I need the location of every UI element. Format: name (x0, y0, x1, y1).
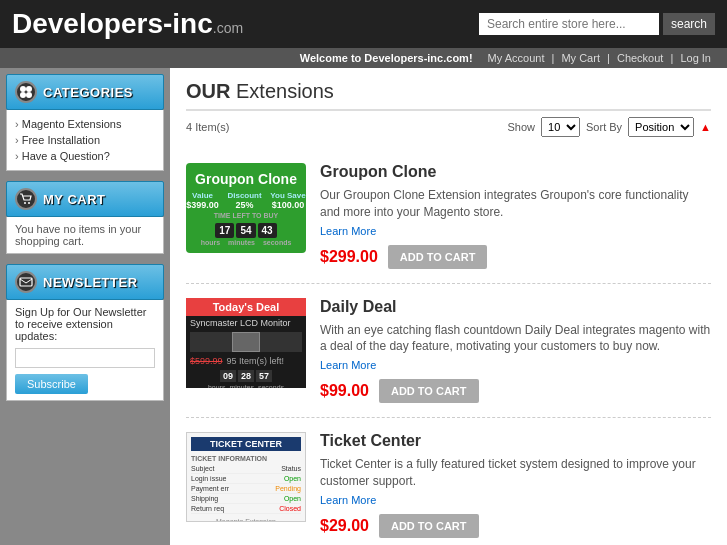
monitor-icon (232, 332, 260, 352)
svg-point-5 (28, 202, 30, 204)
search-button[interactable]: search (663, 13, 715, 35)
my-account-link[interactable]: My Account (488, 52, 545, 64)
sidebar-item-magento[interactable]: Magento Extensions (15, 116, 155, 132)
item-count: 4 Item(s) (186, 121, 229, 133)
logo: Developers-inc.com (12, 8, 243, 40)
product-name-daily-deal: Daily Deal (320, 298, 711, 316)
cart-title: MY CART (43, 192, 105, 207)
header: Developers-inc.com search (0, 0, 727, 48)
logo-text: Developers-inc (12, 8, 213, 39)
learn-more-daily-deal[interactable]: Learn More (320, 359, 711, 371)
categories-body: Magento Extensions Free Installation Hav… (6, 110, 164, 171)
product-name-groupon: Groupon Clone (320, 163, 711, 181)
svg-point-1 (26, 86, 32, 92)
main-layout: CATEGORIES Magento Extensions Free Insta… (0, 68, 727, 545)
categories-header: CATEGORIES (6, 74, 164, 110)
logo-tld: .com (213, 20, 243, 36)
nav-bar: Welcome to Developers-inc.com! My Accoun… (0, 48, 727, 68)
countdown-minutes: 54 (236, 223, 255, 238)
groupon-countdown: 17 54 43 (215, 223, 276, 238)
page-title-prefix: OUR (186, 80, 230, 102)
ticket-section-label: TICKET INFORMATION (191, 455, 301, 462)
product-thumb-ticket: TICKET CENTER TICKET INFORMATION Subject… (186, 432, 306, 538)
search-bar: search (479, 13, 715, 35)
product-price-groupon: $299.00 (320, 248, 378, 266)
add-to-cart-groupon[interactable]: ADD TO CART (388, 245, 488, 269)
time-left-label: TIME LEFT TO BUY (214, 212, 278, 219)
categories-icon (15, 81, 37, 103)
newsletter-body: Sign Up for Our Newsletter to receive ex… (6, 300, 164, 401)
ticket-thumb-img: TICKET CENTER TICKET INFORMATION Subject… (186, 432, 306, 522)
countdown-hours: 17 (215, 223, 234, 238)
sidebar-item-free-install[interactable]: Free Installation (15, 132, 155, 148)
product-thumb-daily-deal: Today's Deal Syncmaster LCD Monitor $599… (186, 298, 306, 404)
product-desc-daily-deal: With an eye catching flash countdown Dai… (320, 322, 711, 356)
toolbar-right: Show 10 20 50 Sort By Position Name Pric… (508, 117, 712, 137)
content-area: OUR Extensions 4 Item(s) Show 10 20 50 S… (170, 68, 727, 545)
cart-section: MY CART You have no items in your shoppi… (6, 181, 164, 254)
countdown-labels: hoursminutesseconds (201, 239, 292, 246)
deal-product-name: Syncmaster LCD Monitor (186, 316, 306, 330)
learn-more-groupon[interactable]: Learn More (320, 225, 711, 237)
subscribe-button[interactable]: Subscribe (15, 374, 88, 394)
groupon-values: Value$399.00 Discount25% You Save$100.00 (186, 191, 306, 210)
cart-body: You have no items in your shopping cart. (6, 217, 164, 254)
page-title-main: Extensions (236, 80, 334, 102)
svg-point-2 (20, 92, 26, 98)
newsletter-header: NEWSLETTER (6, 264, 164, 300)
deal-seconds: 57 (256, 370, 272, 382)
sidebar-item-question[interactable]: Have a Question? (15, 148, 155, 164)
categories-title: CATEGORIES (43, 85, 133, 100)
ticket-rows: SubjectStatus Login issueOpen Payment er… (191, 465, 301, 514)
deal-countdown-labels: hoursminutesseconds (186, 384, 306, 388)
newsletter-desc: Sign Up for Our Newsletter to receive ex… (15, 306, 155, 342)
sort-by-select[interactable]: Position Name Price (628, 117, 694, 137)
page-title: OUR Extensions (186, 80, 711, 111)
cart-icon (15, 188, 37, 210)
deal-monitor (190, 332, 302, 352)
cart-empty-text: You have no items in your shopping cart. (15, 223, 141, 247)
product-desc-ticket: Ticket Center is a fully featured ticket… (320, 456, 711, 490)
ticket-footer-label: Magento Extension (191, 518, 301, 522)
newsletter-email-input[interactable] (15, 348, 155, 368)
deal-price-row: $599.99 95 Item(s) left! (186, 354, 306, 368)
newsletter-section: NEWSLETTER Sign Up for Our Newsletter to… (6, 264, 164, 401)
product-price-daily-deal: $99.00 (320, 382, 369, 400)
add-to-cart-daily-deal[interactable]: ADD TO CART (379, 379, 479, 403)
newsletter-icon (15, 271, 37, 293)
product-name-ticket: Ticket Center (320, 432, 711, 450)
deal-items-left: 95 Item(s) left! (227, 356, 285, 366)
product-item-groupon: Groupon Clone Value$399.00 Discount25% Y… (186, 149, 711, 284)
groupon-label: Groupon Clone (195, 171, 297, 187)
deal-header: Today's Deal (186, 298, 306, 316)
product-price-ticket: $29.00 (320, 517, 369, 535)
cart-header: MY CART (6, 181, 164, 217)
deal-countdown: 09 28 57 (186, 368, 306, 384)
svg-point-0 (20, 86, 26, 92)
deal-thumb-img: Today's Deal Syncmaster LCD Monitor $599… (186, 298, 306, 388)
show-select[interactable]: 10 20 50 (541, 117, 580, 137)
toolbar: 4 Item(s) Show 10 20 50 Sort By Position… (186, 117, 711, 137)
product-item-ticket: TICKET CENTER TICKET INFORMATION Subject… (186, 418, 711, 545)
groupon-thumb-img: Groupon Clone Value$399.00 Discount25% Y… (186, 163, 306, 253)
add-to-cart-ticket[interactable]: ADD TO CART (379, 514, 479, 538)
price-row-daily-deal: $99.00 ADD TO CART (320, 379, 711, 403)
svg-rect-6 (20, 278, 32, 286)
categories-section: CATEGORIES Magento Extensions Free Insta… (6, 74, 164, 171)
my-cart-link[interactable]: My Cart (561, 52, 600, 64)
sort-arrow-icon[interactable]: ▲ (700, 121, 711, 133)
product-thumb-groupon: Groupon Clone Value$399.00 Discount25% Y… (186, 163, 306, 269)
product-desc-groupon: Our Groupon Clone Extension integrates G… (320, 187, 711, 221)
product-info-daily-deal: Daily Deal With an eye catching flash co… (320, 298, 711, 404)
deal-original-price: $599.99 (190, 356, 223, 366)
svg-point-4 (24, 202, 26, 204)
checkout-link[interactable]: Checkout (617, 52, 663, 64)
product-info-ticket: Ticket Center Ticket Center is a fully f… (320, 432, 711, 538)
search-input[interactable] (479, 13, 659, 35)
newsletter-title: NEWSLETTER (43, 275, 138, 290)
welcome-text: Welcome to Developers-inc.com! (300, 52, 473, 64)
product-item-daily-deal: Today's Deal Syncmaster LCD Monitor $599… (186, 284, 711, 419)
deal-minutes: 28 (238, 370, 254, 382)
learn-more-ticket[interactable]: Learn More (320, 494, 711, 506)
log-in-link[interactable]: Log In (680, 52, 711, 64)
